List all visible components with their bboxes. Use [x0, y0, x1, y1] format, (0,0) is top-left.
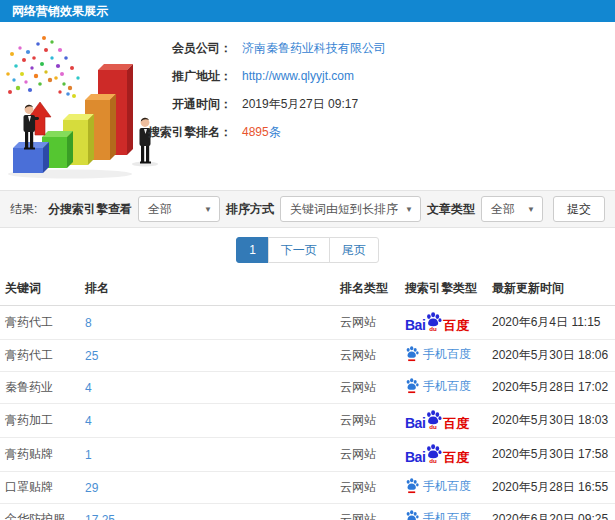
table-row: 膏药代工25云网站 手机百度 2020年5月30日 18:06: [0, 340, 615, 372]
company-link[interactable]: 济南秦鲁药业科技有限公司: [242, 40, 386, 57]
filter-controls: 分搜索引擎查看 全部 ▼ 排序方式 关键词由短到长排序 ▼ 文章类型 全部 ▼ …: [42, 196, 605, 222]
url-row: 推广地址： http://www.qlyyjt.com: [120, 62, 386, 90]
title-bar: 网络营销效果展示: [0, 0, 615, 22]
last-page-button[interactable]: 尾页: [329, 237, 379, 263]
baidu-logo: Bai du 百度: [405, 444, 469, 464]
confetti: [6, 36, 80, 98]
type-cell: 云网站: [335, 404, 400, 438]
chevron-down-icon: ▼: [204, 197, 212, 223]
sort-filter-select[interactable]: 关键词由短到长排序 ▼: [280, 196, 421, 222]
baidu-logo: Bai du 百度: [405, 410, 469, 430]
filter-bar: 结果: 分搜索引擎查看 全部 ▼ 排序方式 关键词由短到长排序 ▼ 文章类型 全…: [0, 190, 615, 228]
date-cell: 2020年5月30日 17:58: [487, 438, 615, 472]
type-cell: 云网站: [335, 438, 400, 472]
rank-count: 4895条: [242, 124, 281, 141]
rank-label: 搜索引擎排名：: [120, 124, 232, 141]
engine-cell: 手机百度: [400, 504, 487, 520]
rank-cell[interactable]: 29: [80, 472, 335, 504]
sort-filter-label: 排序方式: [226, 201, 274, 218]
svg-text:du: du: [430, 457, 438, 464]
type-cell: 云网站: [335, 472, 400, 504]
date-cell: 2020年5月30日 18:03: [487, 404, 615, 438]
pagination: 1 下一页 尾页: [0, 237, 615, 263]
chevron-down-icon: ▼: [405, 197, 413, 223]
baidu-logo: Bai du 百度: [405, 312, 469, 332]
table-header-row: 关键词 排名 排名类型 搜索引擎类型 最新更新时间: [0, 272, 615, 306]
mobile-baidu-logo: 手机百度: [405, 510, 471, 520]
type-cell: 云网站: [335, 372, 400, 404]
next-page-button[interactable]: 下一页: [268, 237, 330, 263]
date-cell: 2020年6月4日 11:15: [487, 306, 615, 340]
opened-time: 2019年5月27日 09:17: [242, 96, 358, 113]
col-engine-type: 搜索引擎类型: [400, 272, 487, 306]
mobile-baidu-paw-icon: [405, 346, 419, 362]
rank-row: 搜索引擎排名： 4895条: [120, 118, 386, 146]
engine-cell: Bai du 百度: [400, 438, 487, 472]
keyword-cell: 膏药代工: [0, 340, 80, 372]
page-button-current[interactable]: 1: [236, 237, 269, 263]
url-label: 推广地址：: [120, 68, 232, 85]
rank-cell[interactable]: 17,25: [80, 504, 335, 520]
table-row: 膏药代工8云网站 Bai du 百度 2020年6月4日 11:15: [0, 306, 615, 340]
mobile-baidu-paw-icon: [405, 510, 419, 520]
col-rank: 排名: [80, 272, 335, 306]
date-cell: 2020年5月28日 16:55: [487, 472, 615, 504]
engine-filter-label: 分搜索引擎查看: [48, 201, 132, 218]
baidu-paw-icon: du: [425, 312, 442, 332]
type-cell: 云网站: [335, 340, 400, 372]
keyword-cell: 金华防护服: [0, 504, 80, 520]
table-row: 膏药加工4云网站 Bai du 百度 2020年5月30日 18:03: [0, 404, 615, 438]
type-cell: 云网站: [335, 504, 400, 520]
engine-cell: 手机百度: [400, 340, 487, 372]
keyword-cell: 膏药代工: [0, 306, 80, 340]
date-cell: 2020年6月20日 09:25: [487, 504, 615, 520]
rank-cell[interactable]: 8: [80, 306, 335, 340]
rank-cell[interactable]: 1: [80, 438, 335, 472]
mobile-baidu-paw-icon: [405, 478, 419, 494]
engine-cell: Bai du 百度: [400, 306, 487, 340]
rank-cell[interactable]: 4: [80, 404, 335, 438]
type-cell: 云网站: [335, 306, 400, 340]
article-filter-label: 文章类型: [427, 201, 475, 218]
keyword-cell: 膏药贴牌: [0, 438, 80, 472]
result-label: 结果:: [10, 201, 37, 218]
submit-button[interactable]: 提交: [553, 196, 605, 222]
engine-cell: 手机百度: [400, 372, 487, 404]
svg-text:du: du: [430, 325, 438, 332]
results-table: 关键词 排名 排名类型 搜索引擎类型 最新更新时间 膏药代工8云网站 Bai d…: [0, 272, 615, 520]
table-row: 口罩贴牌29云网站 手机百度 2020年5月28日 16:55: [0, 472, 615, 504]
top-section: 会员公司： 济南秦鲁药业科技有限公司 推广地址： http://www.qlyy…: [0, 22, 615, 190]
baidu-paw-icon: du: [425, 444, 442, 464]
col-rank-type: 排名类型: [335, 272, 400, 306]
col-keyword: 关键词: [0, 272, 80, 306]
opened-row: 开通时间： 2019年5月27日 09:17: [120, 90, 386, 118]
keyword-cell: 膏药加工: [0, 404, 80, 438]
promo-url-link[interactable]: http://www.qlyyjt.com: [242, 69, 354, 83]
engine-cell: 手机百度: [400, 472, 487, 504]
engine-filter-select[interactable]: 全部 ▼: [138, 196, 220, 222]
col-updated: 最新更新时间: [487, 272, 615, 306]
member-info: 会员公司： 济南秦鲁药业科技有限公司 推广地址： http://www.qlyy…: [120, 34, 386, 146]
mobile-baidu-logo: 手机百度: [405, 378, 471, 394]
date-cell: 2020年5月28日 17:02: [487, 372, 615, 404]
keyword-cell: 口罩贴牌: [0, 472, 80, 504]
date-cell: 2020年5月30日 18:06: [487, 340, 615, 372]
engine-cell: Bai du 百度: [400, 404, 487, 438]
keyword-cell: 秦鲁药业: [0, 372, 80, 404]
company-row: 会员公司： 济南秦鲁药业科技有限公司: [120, 34, 386, 62]
page-title: 网络营销效果展示: [12, 4, 108, 18]
table-row: 金华防护服17,25云网站 手机百度 2020年6月20日 09:25: [0, 504, 615, 520]
rank-cell[interactable]: 4: [80, 372, 335, 404]
opened-label: 开通时间：: [120, 96, 232, 113]
rank-cell[interactable]: 25: [80, 340, 335, 372]
svg-text:du: du: [430, 423, 438, 430]
chevron-down-icon: ▼: [527, 197, 535, 223]
results-table-body: 膏药代工8云网站 Bai du 百度 2020年6月4日 11:15膏药代工25…: [0, 306, 615, 520]
baidu-paw-icon: du: [425, 410, 442, 430]
mobile-baidu-logo: 手机百度: [405, 478, 471, 494]
mobile-baidu-paw-icon: [405, 378, 419, 394]
table-row: 膏药贴牌1云网站 Bai du 百度 2020年5月30日 17:58: [0, 438, 615, 472]
article-filter-select[interactable]: 全部 ▼: [481, 196, 543, 222]
mobile-baidu-logo: 手机百度: [405, 346, 471, 362]
table-row: 秦鲁药业4云网站 手机百度 2020年5月28日 17:02: [0, 372, 615, 404]
